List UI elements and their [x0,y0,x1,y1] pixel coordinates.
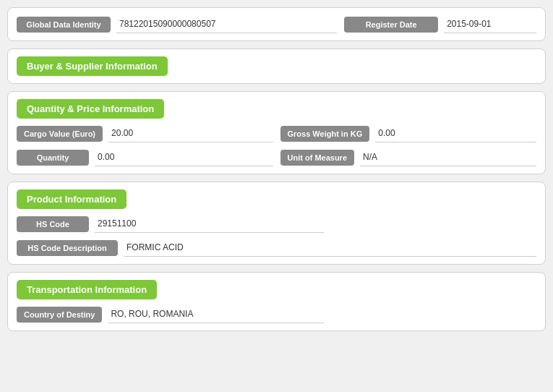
global-data-card: Global Data Identity 7812201509000008050… [7,7,546,41]
hs-code-value: 29151100 [95,215,324,233]
buyer-supplier-card: Buyer & Supplier Information [7,48,546,84]
hs-code-group: HS Code 29151100 [17,215,324,233]
transportation-card: Transportation Information Country of De… [7,272,546,331]
buyer-supplier-header: Buyer & Supplier Information [17,56,168,76]
country-destiny-group: Country of Destiny RO, ROU, ROMANIA [17,305,324,323]
unit-measure-value: N/A [360,148,536,166]
gross-weight-group: Gross Weight in KG 0.00 [280,124,537,142]
hs-code-desc-label: HS Code Description [17,240,118,256]
quantity-group: Quantity 0.00 [17,148,273,166]
unit-measure-group: Unit of Measure N/A [280,148,537,166]
identity-value: 78122015090000080507 [116,15,337,33]
gross-weight-label: Gross Weight in KG [280,126,370,142]
register-label: Register Date [344,17,438,33]
product-header: Product Information [17,189,127,209]
product-row2: HS Code Description FORMIC ACID [17,239,536,257]
quantity-price-row2: Quantity 0.00 Unit of Measure N/A [17,148,536,166]
quantity-price-card: Quantity & Price Information Cargo Value… [7,91,546,174]
cargo-value-value: 20.00 [108,124,273,142]
quantity-label: Quantity [17,150,89,166]
product-card: Product Information HS Code 29151100 HS … [7,182,546,265]
register-value: 2015-09-01 [444,15,536,33]
hs-code-desc-value: FORMIC ACID [124,239,536,257]
register-group: Register Date 2015-09-01 [344,15,536,33]
transportation-header: Transportation Information [17,280,157,299]
country-destiny-label: Country of Destiny [17,307,102,323]
transportation-row1: Country of Destiny RO, ROU, ROMANIA [17,305,536,323]
hs-code-desc-group: HS Code Description FORMIC ACID [17,239,536,257]
product-spacer [331,215,536,233]
quantity-price-header: Quantity & Price Information [17,99,164,119]
cargo-value-label: Cargo Value (Euro) [17,126,103,142]
unit-measure-label: Unit of Measure [280,150,355,166]
gross-weight-value: 0.00 [375,124,536,142]
quantity-price-row1: Cargo Value (Euro) 20.00 Gross Weight in… [17,124,536,142]
identity-label: Global Data Identity [17,17,111,33]
product-row1: HS Code 29151100 [17,215,536,233]
cargo-value-group: Cargo Value (Euro) 20.00 [17,124,273,142]
hs-code-label: HS Code [17,216,89,232]
global-row: Global Data Identity 7812201509000008050… [17,15,536,33]
transport-spacer [331,305,536,323]
country-destiny-value: RO, ROU, ROMANIA [108,305,324,323]
identity-group: Global Data Identity 7812201509000008050… [17,15,337,33]
quantity-value: 0.00 [95,148,273,166]
